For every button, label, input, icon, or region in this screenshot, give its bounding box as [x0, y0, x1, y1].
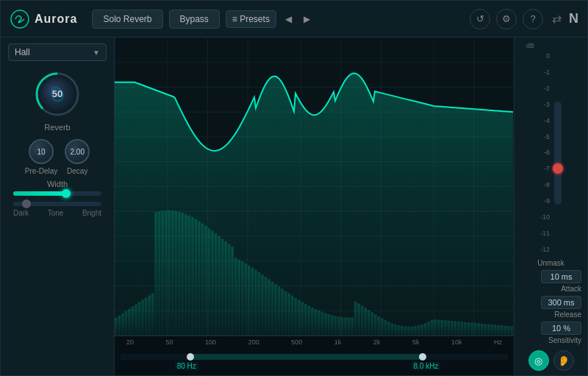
- dropdown-arrow-icon: ▼: [93, 49, 100, 57]
- gear-icon: ⚙: [502, 13, 511, 24]
- range-fill: [190, 354, 423, 360]
- tone-slider-group: Dark Tone Bright: [8, 200, 107, 217]
- reverb-knob[interactable]: [32, 68, 83, 120]
- attack-value[interactable]: 10 ms: [541, 270, 581, 283]
- reverb-knob-group: Reverb: [32, 68, 83, 132]
- right-panel: dB 0 -1 -2 -3 -4 -5 -6 -7 -8 -9 -10 -11 …: [514, 38, 587, 375]
- gain-slider[interactable]: [554, 102, 562, 205]
- release-value[interactable]: 300 ms: [541, 296, 581, 309]
- pre-delay-label: Pre-Delay: [25, 167, 57, 175]
- width-slider-group: Width: [8, 180, 107, 196]
- settings-button[interactable]: ⚙: [496, 9, 517, 29]
- pre-delay-value: 10: [37, 148, 45, 156]
- range-bar-container: [115, 352, 514, 362]
- eq-canvas: [115, 38, 514, 336]
- active-mode-button[interactable]: ◎: [528, 350, 549, 371]
- presets-label: ≡ Presets: [232, 14, 270, 24]
- range-high-label: 8.0 kHz: [412, 362, 441, 370]
- undo-button[interactable]: ↺: [470, 9, 490, 29]
- tone-bright-label: Bright: [82, 209, 101, 217]
- range-low-label: 80 Hz: [175, 362, 198, 370]
- prev-preset-button[interactable]: ◀: [282, 13, 295, 26]
- tone-labels: Dark Tone Bright: [13, 209, 101, 217]
- preset-dropdown[interactable]: Hall ▼: [8, 43, 107, 61]
- freq-axis: 20 50 100 200 500 1k 2k 5k 10k Hz: [115, 336, 514, 352]
- unmask-label: Unmask: [537, 259, 564, 267]
- header: Aurora Solo Reverb Bypass ≡ Presets ◀ ▶ …: [1, 1, 587, 38]
- brand-n-logo: N: [569, 11, 578, 26]
- center-panel: 20 50 100 200 500 1k 2k 5k 10k Hz: [115, 38, 514, 375]
- decay-knob[interactable]: 2.00: [65, 139, 90, 164]
- tone-dark-label: Dark: [13, 209, 29, 217]
- range-bar[interactable]: [121, 354, 508, 360]
- plugin-container: Aurora Solo Reverb Bypass ≡ Presets ◀ ▶ …: [0, 0, 588, 376]
- range-low-handle[interactable]: [187, 353, 194, 361]
- tone-slider[interactable]: [13, 202, 101, 206]
- sensitivity-value[interactable]: 10 %: [541, 322, 581, 335]
- presets-selector[interactable]: ≡ Presets: [226, 10, 276, 28]
- gain-slider-thumb[interactable]: [553, 163, 563, 174]
- freq-labels: 20 50 100 200 500 1k 2k 5k 10k Hz: [121, 338, 508, 346]
- ear-icon: 👂: [558, 355, 570, 366]
- db-scale-right: 0 -1 -2 -3 -4 -5 -6 -7 -8 -9 -10 -11 -12: [540, 52, 550, 253]
- solo-reverb-button[interactable]: Solo Reverb: [92, 10, 162, 29]
- left-panel: Hall ▼ Reverb 10 Pre-Delay 2.00: [1, 38, 115, 375]
- preset-name: Hall: [15, 47, 30, 57]
- reverb-label: Reverb: [44, 123, 70, 132]
- logo-area: Aurora: [10, 9, 77, 29]
- help-button[interactable]: ?: [523, 9, 543, 29]
- main-content: Hall ▼ Reverb 10 Pre-Delay 2.00: [1, 38, 587, 375]
- inactive-mode-button[interactable]: 👂: [553, 350, 574, 371]
- decay-label: Decay: [67, 167, 87, 175]
- undo-icon: ↺: [476, 13, 484, 24]
- aurora-logo-icon: [10, 9, 30, 29]
- tone-tone-label: Tone: [48, 209, 64, 217]
- release-label: Release: [554, 311, 581, 319]
- logo-text: Aurora: [35, 13, 77, 26]
- decay-value: 2.00: [71, 148, 85, 156]
- attack-row: 10 ms Attack: [520, 270, 581, 293]
- db-scale-label: dB: [526, 42, 534, 49]
- pre-delay-group: 10 Pre-Delay: [25, 139, 57, 175]
- gain-slider-container: 0 -1 -2 -3 -4 -5 -6 -7 -8 -9 -10 -11 -12: [520, 52, 581, 253]
- sensitivity-row: 10 % Sensitivity: [520, 322, 581, 344]
- attack-label: Attack: [561, 285, 581, 293]
- range-high-handle[interactable]: [419, 353, 426, 361]
- bypass-button[interactable]: Bypass: [169, 10, 220, 29]
- bottom-icons: ◎ 👂: [528, 350, 574, 371]
- small-controls: 10 Pre-Delay 2.00 Decay: [8, 139, 107, 175]
- width-slider[interactable]: [13, 191, 101, 196]
- undo2-icon[interactable]: ⇄: [552, 12, 562, 26]
- svg-point-0: [11, 10, 29, 28]
- pre-delay-knob[interactable]: 10: [29, 139, 54, 164]
- range-labels: 80 Hz 8.0 kHz: [115, 362, 514, 375]
- next-preset-button[interactable]: ▶: [301, 13, 313, 26]
- headphone-icon: ◎: [534, 355, 542, 366]
- width-label: Width: [47, 180, 68, 188]
- decay-group: 2.00 Decay: [65, 139, 90, 175]
- sensitivity-label: Sensitivity: [548, 336, 581, 344]
- eq-display[interactable]: [115, 38, 514, 336]
- release-row: 300 ms Release: [520, 296, 581, 319]
- question-icon: ?: [530, 13, 535, 24]
